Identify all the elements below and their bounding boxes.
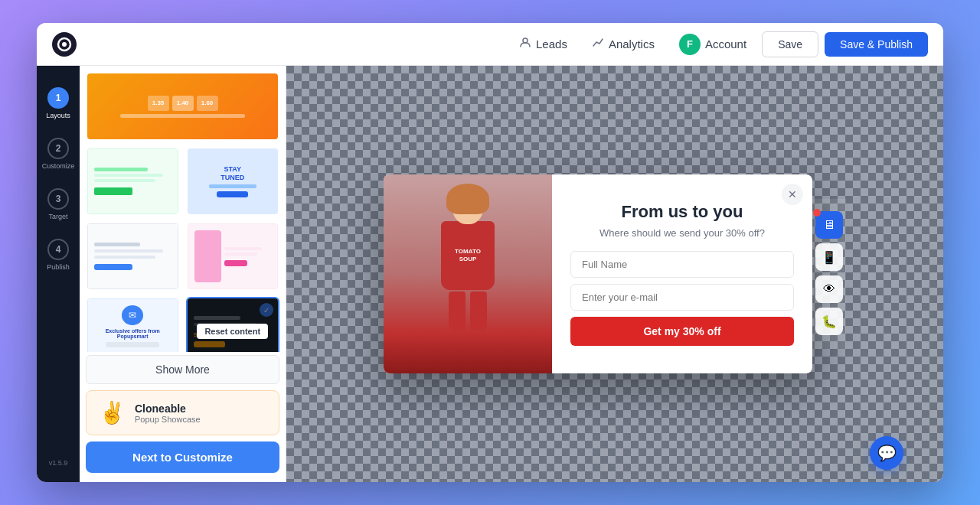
step-2-label: Customize bbox=[42, 162, 75, 170]
save-publish-button[interactable]: Save & Publish bbox=[825, 32, 928, 57]
nav-analytics[interactable]: Analytics bbox=[583, 32, 664, 57]
girl-head bbox=[452, 190, 483, 224]
popup-cta-button[interactable]: Get my 30% off bbox=[570, 317, 794, 346]
svg-point-2 bbox=[523, 38, 528, 43]
popup-girl-figure: TOMATOSOUP bbox=[384, 174, 552, 373]
popup-image: TOMATOSOUP bbox=[384, 174, 552, 373]
cloneable-banner[interactable]: ✌️ Cloneable Popup Showcase bbox=[86, 390, 279, 435]
account-avatar: F bbox=[679, 34, 701, 55]
girl-legs bbox=[449, 292, 487, 330]
step-customize[interactable]: 2 Customize bbox=[37, 132, 80, 176]
header-nav: Leads Analytics F Account Save Save & Pu… bbox=[510, 29, 928, 60]
account-label: Account bbox=[705, 37, 746, 50]
mobile-view-button[interactable]: 📱 bbox=[815, 243, 843, 271]
version-label: v1.5.9 bbox=[49, 459, 68, 467]
main-window: Leads Analytics F Account Save Save & Pu… bbox=[37, 23, 943, 482]
step-3-circle: 3 bbox=[47, 188, 69, 210]
cloneable-icon: ✌️ bbox=[99, 400, 126, 425]
step-2-circle: 2 bbox=[47, 138, 69, 159]
girl-shirt-text: TOMATOSOUP bbox=[455, 248, 481, 262]
nav-account[interactable]: F Account bbox=[670, 29, 756, 60]
popup-subtitle: Where should we send your 30% off? bbox=[570, 226, 794, 240]
analytics-label: Analytics bbox=[609, 37, 655, 50]
template-card-light-form[interactable] bbox=[86, 222, 180, 291]
girl-leg-left bbox=[449, 292, 466, 330]
cloneable-title: Cloneable bbox=[135, 402, 201, 415]
save-button[interactable]: Save bbox=[762, 31, 818, 57]
girl-body: TOMATOSOUP bbox=[441, 221, 495, 290]
template-row-1: 1.35 1.40 1.60 bbox=[86, 72, 279, 141]
popup-content: ✕ From us to you Where should we send yo… bbox=[552, 174, 812, 373]
template-row-2: STAYTUNED bbox=[86, 147, 279, 216]
step-4-label: Publish bbox=[47, 263, 70, 271]
step-4-circle: 4 bbox=[47, 239, 69, 260]
step-publish[interactable]: 4 Publish bbox=[37, 233, 80, 277]
template-card-orange[interactable]: 1.35 1.40 1.60 bbox=[86, 72, 279, 141]
show-more-button[interactable]: Show More bbox=[86, 355, 279, 384]
templates-scroll[interactable]: 1.35 1.40 1.60 bbox=[80, 66, 286, 352]
body-area: 1 Layouts 2 Customize 3 Target 4 Publish… bbox=[37, 66, 943, 482]
canvas-area: TOMATOSOUP ✕ From us to you Where should… bbox=[286, 66, 943, 482]
chat-icon: 💬 bbox=[877, 444, 897, 462]
reset-overlay: Reset content bbox=[188, 298, 279, 352]
analytics-icon bbox=[592, 37, 604, 52]
template-row-4: ✉ Exclusive offers from Popupsmart bbox=[86, 297, 279, 352]
popup-close-button[interactable]: ✕ bbox=[782, 184, 803, 205]
step-1-label: Layouts bbox=[46, 112, 70, 119]
cloneable-subtitle: Popup Showcase bbox=[135, 415, 201, 424]
active-indicator bbox=[813, 209, 821, 217]
template-row-3 bbox=[86, 222, 279, 291]
debug-button[interactable]: 🐛 bbox=[815, 308, 843, 335]
header: Leads Analytics F Account Save Save & Pu… bbox=[37, 23, 943, 66]
template-card-dark-sale[interactable]: Summer Sale ✓ Reset content bbox=[186, 297, 280, 352]
desktop-view-button[interactable]: 🖥 bbox=[815, 211, 843, 239]
mobile-icon: 📱 bbox=[822, 250, 837, 265]
app-logo bbox=[52, 32, 77, 57]
step-layouts[interactable]: 1 Layouts bbox=[37, 81, 80, 125]
step-1-circle: 1 bbox=[47, 87, 69, 109]
step-target[interactable]: 3 Target bbox=[37, 182, 80, 226]
popup-email-input[interactable] bbox=[570, 284, 794, 311]
girl-leg-right bbox=[470, 292, 487, 330]
template-card-email-blue[interactable]: ✉ Exclusive offers from Popupsmart bbox=[86, 297, 180, 352]
templates-panel: 1.35 1.40 1.60 bbox=[80, 66, 286, 482]
desktop-icon: 🖥 bbox=[823, 218, 835, 232]
tools-sidebar: 🖥 📱 👁 🐛 bbox=[812, 199, 846, 349]
popup-title: From us to you bbox=[570, 202, 794, 222]
leads-label: Leads bbox=[536, 37, 567, 50]
next-customize-button[interactable]: Next to Customize bbox=[86, 441, 279, 473]
popup-name-input[interactable] bbox=[570, 251, 794, 278]
debug-icon: 🐛 bbox=[822, 314, 837, 329]
template-card-green[interactable] bbox=[86, 147, 180, 216]
template-card-stay-tuned[interactable]: STAYTUNED bbox=[186, 147, 280, 216]
girl-illustration: TOMATOSOUP bbox=[422, 190, 514, 358]
preview-icon: 👁 bbox=[823, 282, 835, 296]
nav-leads[interactable]: Leads bbox=[510, 32, 577, 57]
svg-point-1 bbox=[62, 42, 67, 47]
reset-content-button[interactable]: Reset content bbox=[197, 324, 268, 339]
cloneable-info: Cloneable Popup Showcase bbox=[135, 402, 201, 424]
girl-hair bbox=[446, 184, 489, 214]
chat-fab[interactable]: 💬 bbox=[870, 436, 903, 470]
popup-modal: TOMATOSOUP ✕ From us to you Where should… bbox=[384, 174, 812, 373]
steps-sidebar: 1 Layouts 2 Customize 3 Target 4 Publish… bbox=[37, 66, 80, 482]
template-card-pink[interactable] bbox=[186, 222, 280, 291]
leads-icon bbox=[519, 37, 531, 52]
step-3-label: Target bbox=[48, 213, 67, 220]
preview-button[interactable]: 👁 bbox=[815, 275, 843, 303]
